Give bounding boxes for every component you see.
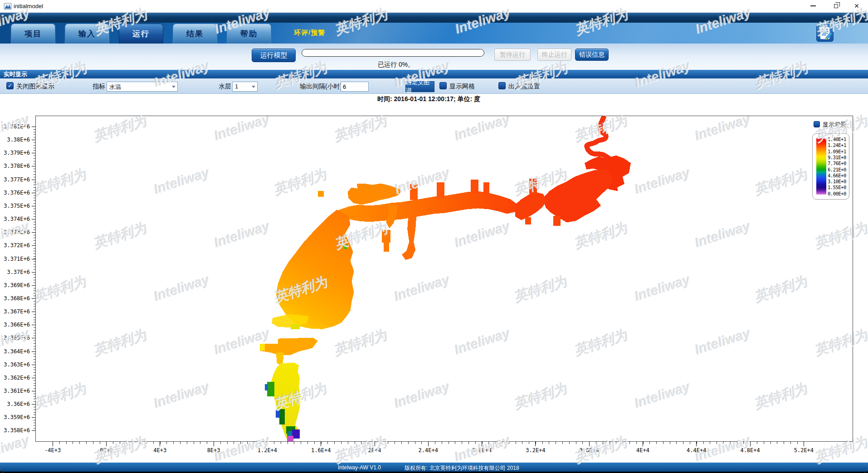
app-icon: [4, 2, 12, 10]
y-tick: 3.368E+6: [32, 298, 36, 299]
menu-tab[interactable]: 运行: [119, 24, 163, 44]
close-graphic-checkbox[interactable]: ✓: [6, 82, 14, 89]
menu-tab[interactable]: 结果: [173, 24, 217, 44]
show-grid-checkbox[interactable]: [439, 82, 447, 89]
y-tick: 3.367E+6: [32, 312, 36, 312]
temperature-map: [36, 116, 853, 441]
flow-positions-checkbox[interactable]: [498, 82, 506, 89]
menu-tab[interactable]: 输入: [65, 24, 109, 44]
minimize-button[interactable]: [805, 0, 821, 12]
show-background-checkbox[interactable]: [814, 121, 820, 127]
close-button[interactable]: ×: [849, 0, 864, 12]
legend-box: 1.40E+11.24E+11.09E+19.31E+07.76E+06.21E…: [812, 133, 849, 200]
y-tick: 3.359E+6: [32, 417, 36, 418]
y-tick: 3.377E+6: [32, 180, 36, 180]
legend-value: 1.40E+1: [828, 137, 846, 142]
status-version: Intelway-AW V1.0: [338, 464, 381, 471]
x-tick: 1.6E+4: [321, 441, 321, 446]
x-tick: 5.2E+4: [804, 441, 804, 446]
layer-select[interactable]: 1: [232, 82, 258, 92]
y-tick: 3.37E+6: [32, 272, 36, 273]
x-tick: 4.4E+4: [696, 441, 697, 446]
legend-value: 9.31E+0: [828, 155, 846, 160]
x-tick: 2.4E+4: [428, 441, 429, 446]
y-tick: 3.361E+6: [32, 391, 36, 391]
titlebar: initialmodel ×: [0, 0, 868, 13]
menu-tabs: 项目 输入 运行 结果 帮助: [0, 24, 868, 44]
x-tick: 8E+3: [214, 441, 214, 446]
y-tick: 3.376E+6: [32, 193, 36, 193]
status-copyright: 版权所有: 北京英特利为环境科技有限公司 2018: [405, 464, 519, 472]
y-tick: 3.362E+6: [32, 378, 36, 378]
y-tick: 3.364E+6: [32, 351, 36, 352]
legend-value: 1.24E+1: [828, 142, 846, 148]
tab-bar: 项目 输入 运行 结果 帮助 环评/预警: [0, 23, 868, 44]
legend-value: 4.66E+0: [828, 173, 846, 178]
y-tick: 3.375E+6: [32, 206, 36, 206]
x-tick: 4E+3: [160, 441, 160, 446]
legend-value: 6.21E+0: [828, 167, 846, 172]
legend-value: 7.76E+0: [828, 161, 846, 166]
statusbar: Intelway-AW V1.0 版权所有: 北京英特利为环境科技有限公司 20…: [0, 463, 868, 472]
y-tick: 3.365E+6: [32, 338, 36, 338]
legend-value: 3.10E+0: [828, 179, 846, 184]
y-tick: 3.374E+6: [32, 219, 36, 219]
window-title: initialmodel: [14, 3, 43, 10]
run-toolbar: 运行模型 已运行 0%。 暂停运行 终止运行 错误信息: [0, 44, 868, 70]
map-plot: 3.381E+63.38E+63.379E+63.378E+63.377E+63…: [35, 116, 853, 442]
y-tick: 3.36E+6: [32, 404, 36, 405]
y-tick: 3.38E+6: [32, 140, 36, 140]
error-info-button[interactable]: 错误信息: [575, 49, 609, 61]
document-edit-icon[interactable]: [816, 24, 834, 42]
app-window: initialmodel × 项目 输入 运行 结果 帮助 环评/预警: [0, 0, 868, 473]
y-tick: 3.363E+6: [32, 365, 36, 365]
x-tick: 3.6E+4: [589, 441, 590, 446]
indicator-select[interactable]: 水温: [107, 82, 178, 92]
menu-strip: [0, 13, 868, 23]
chevron-down-icon: [172, 86, 176, 88]
run-model-button[interactable]: 运行模型: [252, 49, 296, 62]
menu-tab[interactable]: 项目: [11, 24, 55, 44]
progress-text: 已运行 0%。: [378, 61, 414, 69]
custom-colormap-button[interactable]: 自定义图谱: [405, 81, 434, 92]
y-tick: 3.373E+6: [32, 232, 36, 233]
y-tick: 3.372E+6: [32, 245, 36, 246]
x-tick: 2E+4: [375, 441, 375, 446]
realtime-section-header: 实时显示: [0, 70, 868, 78]
y-tick: 3.358E+6: [32, 430, 36, 431]
close-graphic-label: 关闭图形显示: [16, 83, 54, 91]
y-tick: 3.379E+6: [32, 153, 36, 153]
interval-label: 输出间隔(小时): [300, 83, 342, 91]
tab-env-warning[interactable]: 环评/预警: [294, 29, 325, 37]
x-tick: 1.2E+4: [267, 441, 268, 446]
legend-value: 0.00E+0: [828, 191, 846, 196]
stop-run-button[interactable]: 终止运行: [537, 49, 571, 61]
flow-positions-label: 出入流位置: [508, 83, 540, 91]
chevron-down-icon: [252, 86, 255, 88]
maximize-button[interactable]: [828, 0, 844, 12]
menu-tab[interactable]: 帮助: [227, 24, 271, 44]
layer-label: 水层: [219, 83, 231, 91]
indicator-label: 指标: [93, 83, 105, 91]
x-tick: 4E+4: [643, 441, 643, 446]
y-tick: 3.381E+6: [32, 127, 36, 127]
legend-colorbar: [816, 138, 826, 195]
pause-run-button[interactable]: 暂停运行: [494, 49, 531, 61]
interval-input[interactable]: [341, 82, 369, 92]
legend-value: 1.55E+0: [828, 185, 846, 190]
time-text: 时间: 2016-01-01 12:00:17; 单位: 度: [377, 95, 480, 103]
legend-value: 1.09E+1: [828, 149, 846, 154]
show-grid-label: 显示网格: [449, 83, 475, 91]
show-background-label: 显示背景: [823, 121, 846, 129]
y-tick: 3.371E+6: [32, 259, 36, 259]
x-tick: 3.2E+4: [535, 441, 536, 446]
y-tick: 3.378E+6: [32, 166, 36, 166]
watermark-text: Inteliway: [0, 432, 31, 464]
y-tick: 3.369E+6: [32, 285, 36, 286]
realtime-controls: ✓ 关闭图形显示 指标 水温 水层 1 输出间隔(小时) 自定义图谱 显示网格 …: [0, 78, 868, 94]
x-tick: 0E+0: [106, 441, 107, 446]
x-tick: 4.8E+4: [750, 441, 751, 446]
x-tick: -4E+3: [53, 441, 53, 446]
progress-bar: [302, 49, 484, 57]
x-tick: 2.8E+4: [482, 441, 482, 446]
